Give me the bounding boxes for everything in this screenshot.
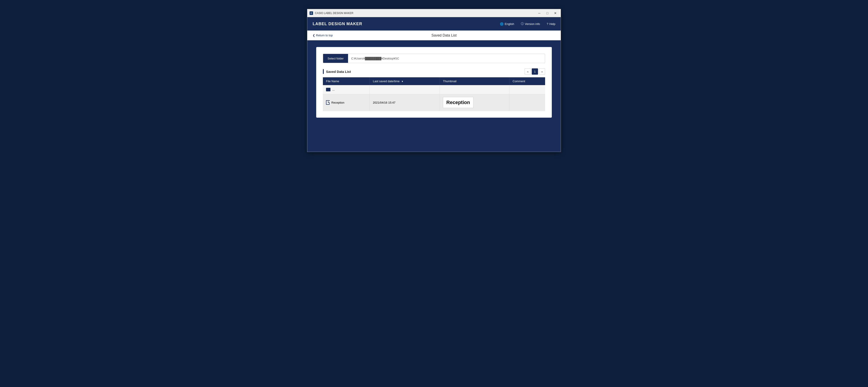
- content-panel: Select folder C:¥Users¥████████¥Desktop¥…: [316, 47, 552, 118]
- table-cell-file-name: Reception: [323, 94, 370, 111]
- window-controls: ─ □ ✕: [536, 11, 558, 16]
- minimize-button[interactable]: ─: [536, 11, 542, 16]
- app-icon: C: [310, 11, 313, 15]
- section-title-accent: [323, 69, 324, 74]
- section-title: Saved Data List: [326, 70, 525, 73]
- table-cell-thumbnail: Reception: [440, 94, 509, 111]
- col-thumbnail: Thumbnail: [440, 77, 509, 85]
- col-comment: Comment: [509, 77, 545, 85]
- back-label: Return to top: [316, 34, 333, 37]
- back-arrow-icon: ❮: [313, 34, 315, 37]
- help-icon: ?: [547, 22, 548, 26]
- page-title: Saved Data List: [333, 33, 555, 37]
- col-last-saved[interactable]: Last saved date/time ▼: [370, 77, 440, 85]
- file-name-text: Reception: [331, 101, 344, 104]
- return-to-top-link[interactable]: ❮ Return to top: [313, 34, 333, 37]
- version-info-link[interactable]: ⓘ Version info: [521, 22, 540, 26]
- globe-icon: 🌐: [500, 22, 503, 26]
- title-bar-text: CASIO LABEL DESIGN MAKER: [315, 11, 536, 15]
- table-cell-comment: [509, 94, 545, 111]
- folder-path-display: C:¥Users¥████████¥Desktop¥SC: [348, 57, 545, 60]
- pagination-controls: « 1 »: [525, 68, 545, 75]
- sub-header: ❮ Return to top Saved Data List: [307, 31, 561, 40]
- document-icon: [326, 100, 330, 105]
- pagination-first-button[interactable]: «: [525, 68, 531, 75]
- table-header: File Name Last saved date/time ▼ Thumbna…: [323, 77, 545, 85]
- maximize-button[interactable]: □: [544, 11, 551, 16]
- table-header-row: File Name Last saved date/time ▼ Thumbna…: [323, 77, 545, 85]
- sort-arrow-icon: ▼: [401, 80, 403, 83]
- thumbnail-preview-text: Reception: [446, 99, 470, 106]
- file-name-text: ...: [332, 88, 335, 91]
- pagination-current-button[interactable]: 1: [532, 68, 538, 75]
- folder-icon: [326, 88, 331, 91]
- application-window: C CASIO LABEL DESIGN MAKER ─ □ ✕ LABEL D…: [307, 9, 561, 152]
- version-info-label: Version info: [525, 22, 540, 26]
- main-content: Select folder C:¥Users¥████████¥Desktop¥…: [307, 40, 561, 152]
- table-cell-last-saved: 2021/04/16 15:47: [370, 94, 440, 111]
- title-bar: C CASIO LABEL DESIGN MAKER ─ □ ✕: [307, 9, 561, 17]
- header-nav: 🌐 English ⓘ Version info ? Help: [500, 22, 555, 26]
- table-cell-comment: [509, 85, 545, 94]
- close-button[interactable]: ✕: [552, 11, 558, 16]
- language-selector[interactable]: 🌐 English: [500, 22, 514, 26]
- data-table: File Name Last saved date/time ▼ Thumbna…: [323, 77, 545, 111]
- help-label: Help: [549, 22, 555, 26]
- table-cell-file-name: ...: [323, 85, 370, 94]
- help-link[interactable]: ? Help: [547, 22, 555, 26]
- language-label: English: [504, 22, 514, 26]
- table-body: ...Reception2021/04/16 15:47Reception: [323, 85, 545, 111]
- table-row[interactable]: ...: [323, 85, 545, 94]
- info-icon: ⓘ: [521, 22, 524, 26]
- col-file-name: File Name: [323, 77, 370, 85]
- app-header: LABEL DESIGN MAKER 🌐 English ⓘ Version i…: [307, 17, 561, 31]
- select-folder-button[interactable]: Select folder: [323, 54, 348, 63]
- table-cell-last-saved: [370, 85, 440, 94]
- pagination-last-button[interactable]: »: [539, 68, 545, 75]
- folder-selector-row: Select folder C:¥Users¥████████¥Desktop¥…: [323, 54, 545, 63]
- table-cell-thumbnail: [440, 85, 509, 94]
- table-row[interactable]: Reception2021/04/16 15:47Reception: [323, 94, 545, 111]
- app-title: LABEL DESIGN MAKER: [313, 22, 500, 26]
- section-header: Saved Data List « 1 »: [323, 68, 545, 75]
